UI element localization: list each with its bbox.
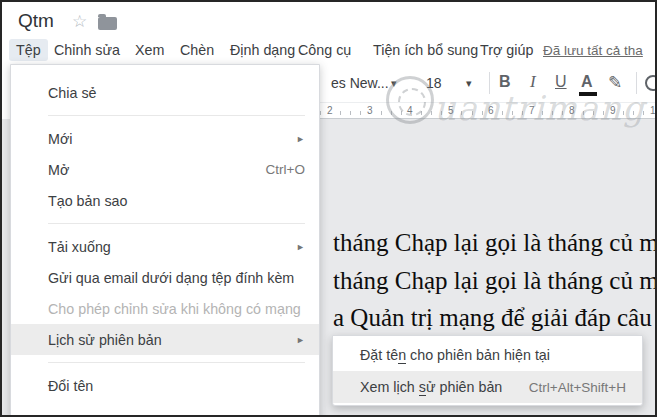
access-key: n — [398, 347, 406, 364]
menu-addons[interactable]: Tiện ích bổ sung — [373, 42, 478, 58]
menu-item-share[interactable]: Chia sẻ — [11, 77, 319, 108]
menu-bar: Tệp Chỉnh sửa Xem Chèn Định dạng Công cụ… — [2, 38, 655, 64]
ruler-number: 7 — [527, 105, 537, 116]
version-history-submenu: Đặt tên cho phiên bản hiện tại Xem lịch … — [332, 335, 643, 406]
menu-view[interactable]: Xem — [135, 42, 164, 58]
star-icon[interactable]: ☆ — [72, 11, 87, 32]
insert-link-icon[interactable] — [645, 75, 657, 91]
ruler-number: 10 — [648, 105, 657, 116]
document-text[interactable]: tháng Chạp lại gọi là tháng củ mậ tháng … — [333, 224, 657, 344]
ruler-number: 3 — [365, 105, 375, 116]
font-size-dropdown-icon[interactable]: ▾ — [466, 77, 472, 90]
menu-separator — [48, 115, 305, 116]
menu-insert[interactable]: Chèn — [180, 42, 214, 58]
shortcut-label: Ctrl+O — [266, 162, 305, 177]
document-title[interactable]: Qtm — [18, 10, 54, 32]
text-color-button[interactable]: A — [581, 73, 593, 91]
doc-line: a Quản trị mạng để giải đáp câu h — [333, 299, 657, 337]
folder-icon[interactable] — [98, 17, 117, 30]
saved-status-link[interactable]: Đã lưu tất cả tha — [543, 43, 643, 58]
doc-line: tháng Chạp lại gọi là tháng củ m — [333, 262, 657, 300]
doc-line: tháng Chạp lại gọi là tháng củ mậ — [333, 224, 657, 262]
menu-item-version-history[interactable]: Lịch sử phiên bản ► — [11, 324, 319, 355]
bold-button[interactable]: B — [499, 73, 511, 91]
underline-button[interactable]: U — [555, 73, 567, 91]
ruler-number: 4 — [405, 105, 415, 116]
submenu-arrow-icon: ► — [296, 134, 305, 144]
ruler-number: 8 — [567, 105, 577, 116]
google-docs-window: Qtm ☆ Tệp Chỉnh sửa Xem Chèn Định dạng C… — [0, 0, 657, 417]
ruler-number: 9 — [608, 105, 618, 116]
menu-item-make-copy[interactable]: Tạo bản sao — [11, 185, 319, 216]
toolbar-divider — [636, 72, 637, 94]
text-color-bar — [579, 92, 597, 96]
menu-item-new[interactable]: Mới ► — [11, 123, 319, 154]
menu-separator — [48, 362, 305, 363]
menu-tools[interactable]: Công cụ — [298, 42, 351, 58]
font-size-select[interactable]: 18 — [426, 75, 442, 91]
menu-separator — [48, 223, 305, 224]
menu-item-rename[interactable]: Đổi tên — [11, 370, 319, 401]
font-family-select[interactable]: es New... — [331, 75, 389, 91]
shortcut-label: Ctrl+Alt+Shift+H — [529, 380, 626, 395]
access-key: s — [419, 379, 426, 396]
file-menu-panel: Chia sẻ Mới ► Mở Ctrl+O Tạo bản sao Tải … — [10, 64, 320, 417]
submenu-arrow-icon: ► — [296, 242, 305, 252]
menu-item-download[interactable]: Tải xuống ► — [11, 231, 319, 262]
horizontal-ruler[interactable]: 2 3 4 5 6 7 8 9 10 — [320, 102, 657, 119]
ruler-number: 2 — [325, 105, 335, 116]
italic-button[interactable]: I — [530, 72, 536, 92]
menu-format[interactable]: Định dạng — [230, 42, 295, 58]
toolbar-divider — [489, 72, 490, 94]
menu-item-open[interactable]: Mở Ctrl+O — [11, 154, 319, 185]
submenu-arrow-icon: ► — [296, 335, 305, 345]
menu-file[interactable]: Tệp — [9, 39, 48, 61]
font-family-dropdown-icon[interactable]: ▾ — [391, 77, 397, 90]
submenu-item-see-version-history[interactable]: Xem lịch sử phiên bản Ctrl+Alt+Shift+H — [333, 371, 642, 403]
submenu-item-name-current-version[interactable]: Đặt tên cho phiên bản hiện tại — [333, 339, 642, 371]
highlight-pen-icon[interactable]: ✎ — [608, 72, 622, 93]
ruler-number: 6 — [486, 105, 496, 116]
menu-item-email-attachment[interactable]: Gửi qua email dưới dạng tệp đính kèm — [11, 262, 319, 293]
menu-help[interactable]: Trợ giúp — [480, 42, 533, 58]
menu-item-offline-editing: Cho phép chỉnh sửa khi không có mạng — [11, 293, 319, 324]
menu-edit[interactable]: Chỉnh sửa — [54, 42, 120, 58]
ruler-number: 5 — [446, 105, 456, 116]
